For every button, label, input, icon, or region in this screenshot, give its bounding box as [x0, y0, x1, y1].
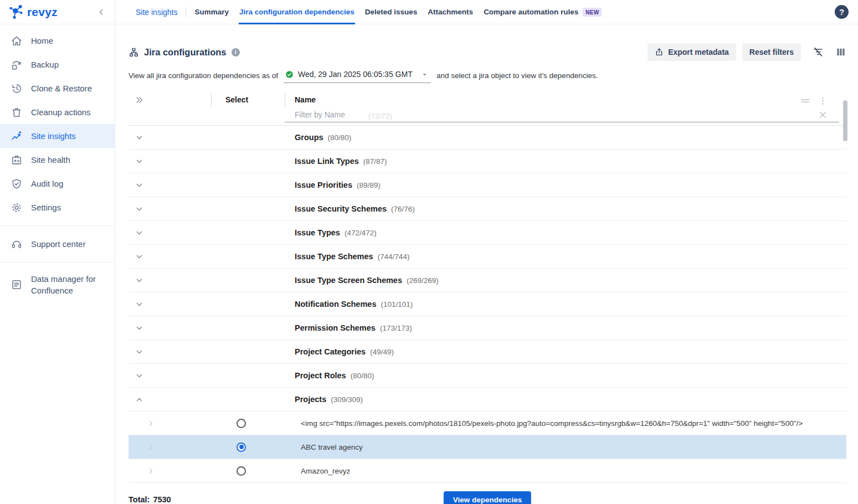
chevron-down-icon[interactable]: [129, 181, 211, 189]
name-cell: Issue Priorities (89/89): [285, 181, 846, 189]
sidebar-item-site-insights[interactable]: Site insights: [0, 124, 115, 148]
success-check-icon: [285, 70, 294, 79]
row-density-icon[interactable]: [800, 95, 811, 106]
chevron-down-icon[interactable]: [129, 133, 211, 142]
shield-check-icon: [11, 178, 23, 190]
project-name: <img src="https://images.pexels.com/phot…: [285, 419, 803, 428]
snapshot-date-select[interactable]: Wed, 29 Jan 2025 06:05:35 GMT: [284, 68, 431, 83]
category-row[interactable]: Issue Types (472/472): [129, 221, 846, 245]
chevron-down-icon[interactable]: [129, 395, 211, 404]
sidebar-nav: Home Backup Clone & Restore Cleanup acti…: [0, 24, 115, 301]
category-row[interactable]: Issue Type Schemes (744/744): [129, 245, 846, 269]
tab[interactable]: Deleted issues: [365, 0, 418, 24]
category-count: (80/80): [328, 133, 352, 142]
chevron-down-icon[interactable]: [129, 205, 211, 213]
sidebar-header: revyz: [0, 0, 115, 24]
table-body: Groups (80/80) Issue Link Types (87/87): [129, 126, 846, 483]
chevron-right-icon[interactable]: [129, 444, 211, 451]
chevron-down-icon[interactable]: [129, 157, 211, 166]
sidebar-item-settings[interactable]: Settings: [0, 196, 115, 219]
breadcrumb-site-insights[interactable]: Site insights: [136, 8, 177, 17]
name-cell: Issue Type Schemes (744/744): [285, 252, 846, 261]
radio-button[interactable]: [237, 419, 246, 428]
filter-by-name-input[interactable]: [295, 110, 364, 119]
description-row: View all jira configuration dependencies…: [129, 68, 858, 83]
tab[interactable]: Attachments: [428, 0, 473, 24]
revyz-logo[interactable]: revyz: [8, 4, 58, 20]
sidebar-item-cleanup-actions[interactable]: Cleanup actions: [0, 100, 115, 124]
filter-off-icon[interactable]: [812, 46, 824, 58]
sidebar-item-backup[interactable]: Backup: [0, 53, 115, 76]
headset-icon: [11, 238, 23, 250]
category-count: (89/89): [357, 181, 381, 189]
help-icon[interactable]: ?: [835, 5, 849, 19]
export-metadata-button[interactable]: Export metadata: [648, 43, 736, 61]
name-cell: Project Roles (80/80): [285, 371, 846, 380]
view-dependencies-button[interactable]: View dependencies: [444, 491, 531, 504]
category-row[interactable]: Notification Schemes (101/101): [129, 292, 846, 316]
new-badge: NEW: [583, 8, 602, 17]
sidebar-item-label: Home: [31, 36, 53, 45]
category-row[interactable]: Project Categories (49/49): [129, 340, 846, 364]
backup-icon: [11, 59, 23, 71]
reset-filters-button[interactable]: Reset filters: [742, 43, 801, 61]
radio-button[interactable]: [237, 466, 246, 476]
sidebar-item-label: Cleanup actions: [31, 107, 91, 117]
sidebar-collapse-icon[interactable]: [97, 8, 106, 17]
page-header: Jira configurations Export metadata Rese…: [129, 43, 846, 61]
expand-all-icon[interactable]: [129, 95, 211, 105]
category-row[interactable]: Groups (80/80): [129, 126, 846, 150]
category-row[interactable]: Projects (309/309): [129, 388, 846, 412]
sidebar-item-support-center[interactable]: Support center: [0, 232, 115, 256]
sitemap-icon: [129, 47, 139, 58]
radio-button[interactable]: [237, 443, 246, 452]
category-name: Project Categories: [295, 347, 366, 356]
vertical-scrollbar[interactable]: [843, 100, 847, 141]
tab[interactable]: Compare automation rules NEW: [484, 0, 602, 24]
category-row[interactable]: Permission Schemes (173/173): [129, 316, 846, 340]
category-row[interactable]: Issue Security Schemes (76/76): [129, 197, 846, 221]
project-row[interactable]: Amazon_revyz: [129, 459, 846, 483]
columns-icon[interactable]: [835, 47, 846, 58]
chevron-down-icon[interactable]: [129, 276, 211, 285]
category-row[interactable]: Issue Type Screen Schemes (269/269): [129, 269, 846, 292]
name-cell: Groups (80/80): [285, 133, 846, 142]
project-row[interactable]: ABC travel agency: [129, 435, 846, 459]
chevron-down-icon[interactable]: [129, 229, 211, 237]
chevron-down-icon[interactable]: [129, 300, 211, 308]
sidebar-item-audit-log[interactable]: Audit log: [0, 172, 115, 196]
chevron-down-icon[interactable]: [129, 253, 211, 261]
chevron-down-icon[interactable]: [129, 348, 211, 356]
project-row[interactable]: <img src="https://images.pexels.com/phot…: [129, 412, 846, 435]
insights-icon: [11, 130, 23, 142]
category-row[interactable]: Issue Priorities (89/89): [129, 173, 846, 197]
sidebar-item-site-health[interactable]: Site health: [0, 148, 115, 172]
ghost-count-text: (72/72): [368, 112, 392, 120]
category-name: Permission Schemes: [295, 323, 376, 332]
chevron-right-icon[interactable]: [129, 467, 211, 475]
kebab-menu-icon[interactable]: [818, 96, 828, 106]
sidebar-item-data-manager-confluence[interactable]: Data manager for Confluence: [0, 269, 115, 301]
chevron-down-icon[interactable]: [129, 324, 211, 332]
tab-label: Summary: [194, 8, 229, 16]
chevron-right-icon[interactable]: [129, 420, 211, 427]
column-divider: [211, 93, 212, 107]
health-badge-icon: [11, 154, 23, 166]
chevron-down-icon[interactable]: [129, 372, 211, 380]
tab[interactable]: Jira configuration dependencies: [239, 0, 354, 24]
sidebar-item-home[interactable]: Home: [0, 29, 115, 53]
main-content: Jira configurations Export metadata Rese…: [115, 24, 858, 504]
category-count: (49/49): [370, 348, 394, 356]
category-name: Projects: [295, 395, 326, 404]
clear-filter-icon[interactable]: [818, 110, 828, 120]
sidebar-item-clone-restore[interactable]: Clone & Restore: [0, 76, 115, 100]
tab[interactable]: Summary: [194, 0, 229, 24]
category-row[interactable]: Issue Link Types (87/87): [129, 150, 846, 173]
table-footer: Total: 7530 View dependencies: [129, 491, 846, 504]
sidebar-item-label: Site health: [31, 155, 70, 164]
category-count: (87/87): [363, 157, 387, 166]
sidebar-item-label: Settings: [31, 203, 61, 212]
info-icon[interactable]: [232, 48, 240, 56]
category-row[interactable]: Project Roles (80/80): [129, 364, 846, 388]
radio-cell: [211, 466, 285, 476]
